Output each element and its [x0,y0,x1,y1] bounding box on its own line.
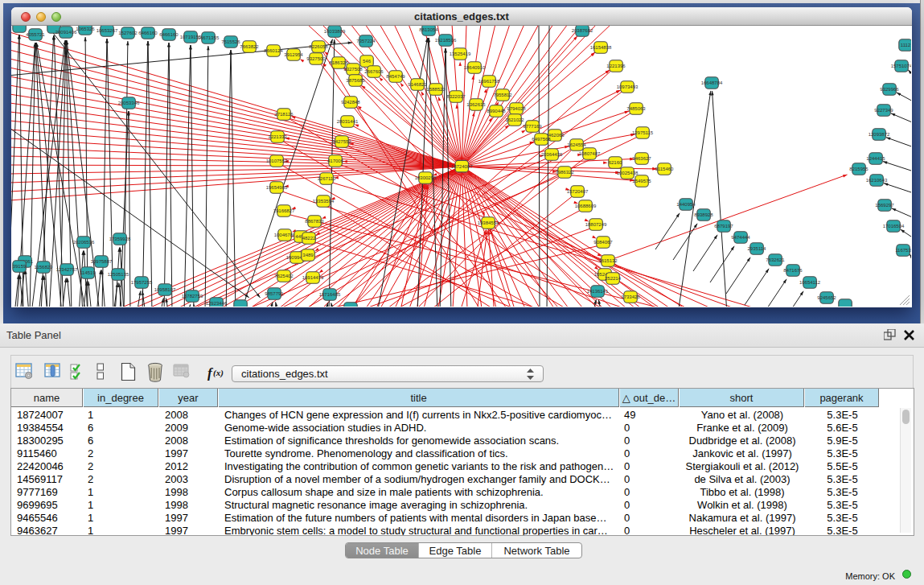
svg-text:1624554: 1624554 [567,142,586,147]
svg-text:1065326: 1065326 [76,27,95,31]
svg-text:1615132: 1615132 [598,258,618,263]
svg-text:16154838: 16154838 [590,45,612,50]
svg-text:12342757: 12342757 [56,267,78,272]
svg-text:6466160: 6466160 [159,32,179,37]
svg-text:16782759: 16782759 [182,294,203,299]
svg-text:10807487: 10807487 [579,151,601,156]
svg-text:9427552: 9427552 [332,139,351,144]
svg-text:15720407: 15720407 [567,189,589,194]
svg-text:20364436: 20364436 [541,152,563,157]
svg-text:1440954: 1440954 [676,202,696,207]
svg-text:18807249: 18807249 [585,222,607,227]
svg-text:9146821: 9146821 [408,82,427,87]
svg-text:28031441: 28031441 [337,119,359,124]
svg-text:10688609: 10688609 [575,204,597,208]
svg-text:6466160: 6466160 [138,31,158,35]
svg-text:9327508: 9327508 [343,67,363,72]
svg-text:10973493: 10973493 [617,84,639,89]
svg-text:17016504: 17016504 [883,224,905,229]
svg-text:12093872: 12093872 [869,132,890,137]
svg-text:8226058: 8226058 [309,44,328,49]
svg-text:13525419: 13525419 [450,51,471,56]
svg-text:7955812: 7955812 [493,93,512,97]
svg-text:2718126: 2718126 [274,112,294,117]
svg-text:7625402: 7625402 [274,274,294,278]
svg-text:116753: 116753 [895,248,911,253]
svg-text:1569297: 1569297 [875,203,894,208]
svg-text:12505135: 12505135 [108,272,129,277]
svg-text:6879197: 6879197 [714,224,733,229]
svg-text:19218506: 19218506 [435,38,457,43]
svg-text:20206536: 20206536 [73,240,95,245]
svg-text:9329966: 9329966 [880,87,899,92]
svg-text:1244415: 1244415 [866,156,885,161]
svg-text:16961758: 16961758 [478,79,500,84]
svg-text:1362615: 1362615 [466,102,486,107]
svg-text:8322037: 8322037 [446,94,466,99]
svg-text:3912954: 3912954 [284,52,303,57]
svg-text:20387682: 20387682 [572,28,593,33]
svg-text:8990448: 8990448 [487,109,506,113]
svg-text:9245652: 9245652 [817,295,836,300]
svg-text:18300295: 18300295 [415,175,437,180]
svg-text:62160: 62160 [609,160,622,165]
svg-text:8813054: 8813054 [419,27,438,32]
svg-text:7663822: 7663822 [240,44,259,49]
svg-text:8215955: 8215955 [849,167,869,171]
svg-text:16648784: 16648784 [701,80,723,85]
svg-text:10046788: 10046788 [274,233,296,237]
svg-text:7632621: 7632621 [766,257,785,262]
svg-text:10107553: 10107553 [266,159,288,163]
svg-text:16033809: 16033809 [324,29,346,34]
svg-text:1621022: 1621022 [505,117,524,122]
svg-text:15751074: 15751074 [891,64,911,68]
svg-text:13353594: 13353594 [313,199,335,204]
svg-text:17957255: 17957255 [131,280,153,285]
svg-text:7986322: 7986322 [555,170,574,175]
svg-text:20091406: 20091406 [55,30,77,35]
svg-text:16914479: 16914479 [302,275,324,280]
svg-text:30975887: 30975887 [91,259,113,264]
svg-text:1549575: 1549575 [632,179,651,183]
svg-text:8938928: 8938928 [694,212,713,217]
svg-text:9794028: 9794028 [507,106,526,111]
svg-text:7357224: 7357224 [356,39,376,43]
svg-text:9777169: 9777169 [523,124,542,129]
svg-text:12923446: 12923446 [206,301,228,306]
svg-text:1733426: 1733426 [621,295,640,299]
svg-text:7515526: 7515526 [221,39,240,44]
svg-text:16210643: 16210643 [866,178,888,183]
svg-text:(x): (x) [213,368,224,378]
svg-text:10958107: 10958107 [154,287,176,292]
svg-text:9115460: 9115460 [655,167,675,171]
svg-text:12975115: 12975115 [632,130,654,135]
svg-text:14136141: 14136141 [587,289,609,294]
svg-text:8471676: 8471676 [783,268,803,273]
svg-text:17359928: 17359928 [109,237,131,241]
svg-text:3267110: 3267110 [318,176,337,181]
svg-text:1221333: 1221333 [268,134,287,139]
svg-text:10654112: 10654112 [799,280,821,285]
svg-text:10653267: 10653267 [97,28,118,33]
svg-text:9474444: 9474444 [731,235,750,240]
svg-text:6497568: 6497568 [532,137,551,142]
svg-text:8867833: 8867833 [305,219,324,224]
svg-text:417006: 417006 [327,159,344,163]
svg-text:20053346: 20053346 [118,101,140,105]
svg-text:8660124: 8660124 [264,48,283,53]
svg-text:9242848: 9242848 [341,100,360,105]
svg-text:7485063: 7485063 [626,106,646,111]
svg-text:114519: 114519 [80,270,96,275]
svg-text:1156829: 1156829 [35,265,54,270]
svg-text:3875685: 3875685 [346,78,365,83]
svg-text:19166827: 19166827 [273,208,295,213]
svg-text:252214: 252214 [605,276,622,281]
svg-text:10025438: 10025438 [617,171,639,175]
svg-text:2667606: 2667606 [364,69,384,74]
svg-text:18640910: 18640910 [464,65,486,70]
svg-text:4055721: 4055721 [26,32,45,37]
svg-text:1588520: 1588520 [426,87,446,92]
svg-text:2935114: 2935114 [748,246,767,251]
svg-text:1112: 1112 [901,43,911,47]
svg-text:15716485: 15716485 [319,292,341,297]
